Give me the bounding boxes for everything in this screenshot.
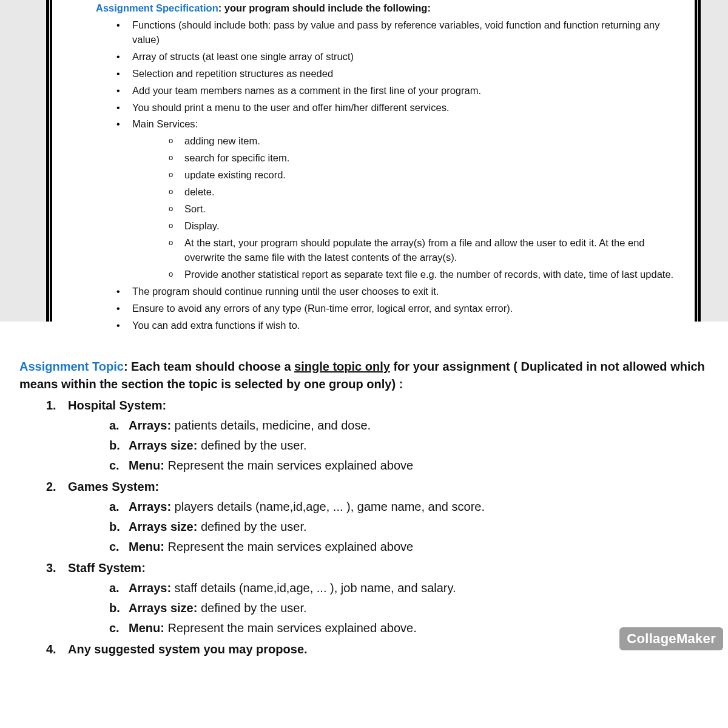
topic-subitem: a.Arrays: players details (name,id,age, … [113,498,728,516]
topics-list: 1. Hospital System: a.Arrays: patients d… [19,397,728,658]
spec-bullet-text: Main Services: [132,118,198,129]
sub-label: Menu: [129,459,164,472]
spec-title-rest: : your program should include the follow… [218,2,431,13]
sub-letter: b. [109,437,120,454]
spec-bullet: You should print a menu to the user and … [120,101,679,115]
topic-item: 1. Hospital System: a.Arrays: patients d… [50,397,728,474]
topic-subitem: b.Arrays size: defined by the user. [113,437,728,454]
sub-label: Menu: [129,540,164,553]
topic-header: Assignment Topic: Each team should choos… [19,358,728,393]
sub-label: Menu: [129,621,164,635]
page-margin-right [701,0,728,322]
spec-title-blue: Assignment Specification [96,2,218,13]
sub-label: Arrays: [129,419,171,432]
spec-content: Assignment Specification: your program s… [96,1,679,335]
topic-subitem: c.Menu: Represent the main services expl… [113,457,728,474]
spec-bullet: Add your team members names as a comment… [120,84,679,98]
spec-bullet: Ensure to avoid any errors of any type (… [120,302,679,316]
services-list: adding new item. search for specific ite… [132,134,679,281]
service-text: Display. [184,220,219,231]
topic-title-before: : Each team should choose a [124,360,294,373]
service-item: update existing record. [171,168,679,183]
page-margin-left [0,0,46,322]
spec-panel: Assignment Specification: your program s… [0,0,728,331]
sub-text: patients details, medicine, and dose. [171,419,371,432]
watermark-badge: CollageMaker [619,627,723,650]
topic-title-blue: Assignment Topic [19,360,124,373]
topic-subitem: b.Arrays size: defined by the user. [113,518,728,536]
topic-num: 2. [46,478,56,496]
spec-bullet: Array of structs (at least one single ar… [120,50,679,64]
service-text: delete. [184,186,215,197]
topic-title-underline: single topic only [294,360,390,373]
topic-sublist: a.Arrays: patients details, medicine, an… [68,417,728,474]
sub-letter: c. [109,619,120,637]
spec-bullet-text: Array of structs (at least one single ar… [132,51,354,62]
spec-bullet-text: Add your team members names as a comment… [132,85,481,96]
spec-bullet-text: Functions (should include both: pass by … [132,19,660,45]
spec-bullet-text: You should print a menu to the user and … [132,102,450,113]
sub-label: Arrays size: [129,439,197,452]
border-left-inner [50,0,52,322]
sub-letter: a. [109,579,120,597]
sub-letter: c. [109,457,120,474]
service-item: delete. [171,185,679,200]
spec-bullets: Functions (should include both: pass by … [96,18,679,333]
topic-item: 2. Games System: a.Arrays: players detai… [50,478,728,556]
service-item: Display. [171,219,679,234]
spec-title: Assignment Specification: your program s… [96,1,679,16]
sub-text: players details (name,id,age, ... ), gam… [171,500,485,513]
service-text: search for specific item. [184,152,289,163]
sub-text: defined by the user. [197,439,306,452]
topic-sublist: a.Arrays: players details (name,id,age, … [68,498,728,556]
sub-label: Arrays: [129,500,171,513]
topic-subitem: a.Arrays: patients details, medicine, an… [113,417,728,434]
spec-bullet: You can add extra functions if wish to. [120,318,679,333]
sub-label: Arrays size: [129,601,197,615]
spec-bullet: Functions (should include both: pass by … [120,18,679,47]
topic-num: 1. [46,397,56,414]
sub-label: Arrays: [129,581,171,595]
service-item: Sort. [171,202,679,217]
spec-bullet-text: Ensure to avoid any errors of any type (… [132,303,513,314]
sub-letter: b. [109,518,120,536]
sub-label: Arrays size: [129,520,197,533]
topic-item: 3. Staff System: a.Arrays: staff details… [50,559,728,637]
sub-text: Represent the main services explained ab… [164,459,413,472]
topic-name: Staff System: [68,561,146,575]
service-item: At the start, your program should popula… [171,236,679,265]
border-right-inner [695,0,697,322]
topic-name: Hospital System: [68,399,166,412]
sub-text: Represent the main services explained ab… [164,621,417,635]
topic-panel: Assignment Topic: Each team should choos… [19,358,728,662]
topic-subitem: a.Arrays: staff details (name,id,age, ..… [113,579,728,597]
sub-letter: b. [109,599,120,617]
spec-bullet-text: Selection and repetition structures as n… [132,68,333,79]
spec-bullet-text: The program should continue running unti… [132,286,439,297]
sub-letter: a. [109,417,120,434]
service-item: search for specific item. [171,151,679,166]
service-item: adding new item. [171,134,679,149]
topic-name: Any suggested system you may propose. [68,642,308,656]
service-text: adding new item. [184,135,260,146]
sub-text: Represent the main services explained ab… [164,540,413,553]
border-left-outer [46,0,49,322]
service-text: Sort. [184,203,206,214]
sub-letter: a. [109,498,120,516]
spec-bullet: Selection and repetition structures as n… [120,67,679,81]
service-text: update existing record. [184,169,286,180]
sub-letter: c. [109,538,120,556]
topic-subitem: b.Arrays size: defined by the user. [113,599,728,617]
topic-num: 4. [46,641,56,658]
topic-subitem: c.Menu: Represent the main services expl… [113,538,728,556]
topic-num: 3. [46,559,56,577]
sub-text: staff details (name,id,age, ... ), job n… [171,581,456,595]
spec-bullet: Main Services: adding new item. search f… [120,117,679,281]
sub-text: defined by the user. [197,601,306,615]
sub-text: defined by the user. [197,520,306,533]
spec-bullet-text: You can add extra functions if wish to. [132,320,300,331]
spec-bullet: The program should continue running unti… [120,285,679,299]
topic-name: Games System: [68,480,159,493]
service-item: Provide another statistical report as se… [171,268,679,282]
service-text: At the start, your program should popula… [184,237,644,263]
